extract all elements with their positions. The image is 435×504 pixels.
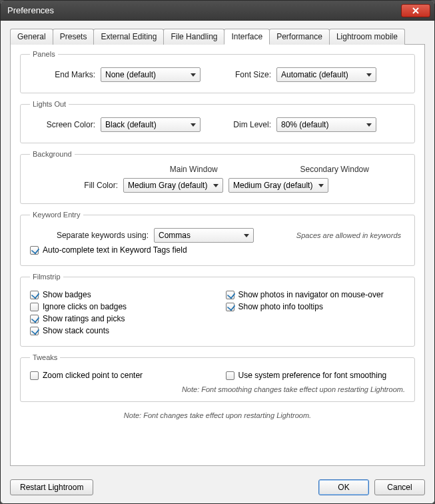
separate-keywords-label: Separate keywords using: [30, 231, 149, 240]
keyword-entry-legend: Keyword Entry [30, 211, 83, 219]
filmstrip-group: Filmstrip Show badges Ignore clicks on b… [20, 273, 415, 347]
preferences-window: Preferences General Presets External Edi… [0, 0, 435, 504]
show-tooltips-row[interactable]: Show photo info tooltips [226, 302, 406, 311]
screen-color-value: Black (default) [105, 120, 157, 129]
tweaks-legend: Tweaks [30, 353, 60, 361]
font-smoothing-label: Use system preference for font smoothing [238, 371, 387, 380]
main-window-header: Main Window [123, 165, 264, 174]
dim-level-label: Dim Level: [231, 120, 271, 129]
smoothing-note: Note: Font smoothing changes take effect… [30, 385, 405, 393]
tab-performance[interactable]: Performance [269, 29, 330, 45]
keyword-entry-group: Keyword Entry Separate keywords using: C… [20, 211, 415, 266]
show-badges-row[interactable]: Show badges [30, 290, 210, 299]
font-size-value: Automatic (default) [281, 70, 348, 79]
font-smoothing-row[interactable]: Use system preference for font smoothing [226, 371, 406, 380]
tab-file-handling[interactable]: File Handling [163, 29, 224, 45]
global-note: Note: Font changes take effect upon rest… [20, 411, 415, 419]
show-ratings-row[interactable]: Show ratings and picks [30, 314, 210, 323]
close-button[interactable] [401, 4, 430, 17]
secondary-window-header: Secondary Window [264, 165, 406, 174]
panels-group: Panels End Marks: None (default) Font Si… [20, 50, 415, 93]
font-smoothing-checkbox[interactable] [226, 371, 234, 380]
tab-interface[interactable]: Interface [224, 29, 270, 45]
autocomplete-checkbox-row[interactable]: Auto-complete text in Keyword Tags field [30, 245, 405, 255]
fill-color-main-combo[interactable]: Medium Gray (default) [123, 178, 223, 193]
screen-color-combo[interactable]: Black (default) [101, 117, 201, 132]
show-tooltips-checkbox[interactable] [226, 303, 234, 311]
show-navigator-label: Show photos in navigator on mouse-over [238, 290, 384, 299]
show-badges-checkbox[interactable] [30, 291, 39, 299]
tab-presets[interactable]: Presets [53, 29, 95, 45]
content-area: General Presets External Editing File Ha… [1, 21, 434, 473]
show-stack-counts-checkbox[interactable] [30, 327, 39, 335]
autocomplete-checkbox[interactable] [30, 246, 39, 255]
autocomplete-label: Auto-complete text in Keyword Tags field [43, 245, 187, 255]
tweaks-group: Tweaks Zoom clicked point to center Use … [20, 353, 415, 402]
show-navigator-row[interactable]: Show photos in navigator on mouse-over [226, 290, 406, 299]
ignore-clicks-checkbox[interactable] [30, 303, 39, 311]
font-size-combo[interactable]: Automatic (default) [276, 67, 376, 82]
dim-level-combo[interactable]: 80% (default) [276, 117, 376, 132]
screen-color-label: Screen Color: [30, 120, 95, 129]
separate-keywords-value: Commas [159, 231, 191, 240]
restart-lightroom-button[interactable]: Restart Lightroom [10, 479, 93, 495]
end-marks-combo[interactable]: None (default) [101, 67, 201, 82]
show-stack-counts-label: Show stack counts [43, 326, 109, 335]
fill-color-secondary-value: Medium Gray (default) [233, 181, 312, 190]
tab-panel-interface: Panels End Marks: None (default) Font Si… [10, 44, 425, 466]
show-tooltips-label: Show photo info tooltips [238, 302, 323, 311]
close-icon [412, 7, 420, 14]
ignore-clicks-row[interactable]: Ignore clicks on badges [30, 302, 210, 311]
dim-level-value: 80% (default) [281, 120, 328, 129]
show-ratings-checkbox[interactable] [30, 315, 39, 323]
lights-out-group: Lights Out Screen Color: Black (default)… [20, 100, 415, 143]
fill-color-main-value: Medium Gray (default) [128, 181, 207, 190]
spaces-hint: Spaces are allowed in keywords [259, 231, 405, 239]
font-size-label: Font Size: [231, 70, 271, 79]
fill-color-secondary-combo[interactable]: Medium Gray (default) [228, 178, 328, 193]
end-marks-value: None (default) [105, 70, 156, 79]
window-title: Preferences [7, 5, 401, 15]
ok-button[interactable]: OK [318, 479, 369, 495]
background-legend: Background [30, 150, 75, 158]
show-badges-label: Show badges [43, 290, 91, 299]
fill-color-label: Fill Color: [30, 181, 118, 190]
footer: Restart Lightroom OK Cancel [1, 473, 434, 503]
titlebar: Preferences [1, 1, 434, 21]
zoom-center-row[interactable]: Zoom clicked point to center [30, 371, 210, 380]
end-marks-label: End Marks: [30, 70, 95, 79]
ignore-clicks-label: Ignore clicks on badges [43, 302, 127, 311]
show-ratings-label: Show ratings and picks [43, 314, 125, 323]
lights-out-legend: Lights Out [30, 100, 69, 108]
background-group: Background Main Window Secondary Window … [20, 150, 415, 204]
tab-row: General Presets External Editing File Ha… [10, 29, 425, 45]
zoom-center-checkbox[interactable] [30, 371, 39, 380]
show-navigator-checkbox[interactable] [226, 291, 234, 299]
separate-keywords-combo[interactable]: Commas [154, 228, 254, 243]
tab-lightroom-mobile[interactable]: Lightroom mobile [329, 29, 405, 45]
filmstrip-legend: Filmstrip [30, 273, 63, 281]
panels-legend: Panels [30, 50, 58, 58]
zoom-center-label: Zoom clicked point to center [43, 371, 143, 380]
show-stack-counts-row[interactable]: Show stack counts [30, 326, 210, 335]
tab-external-editing[interactable]: External Editing [93, 29, 164, 45]
cancel-button[interactable]: Cancel [374, 479, 425, 495]
tab-general[interactable]: General [10, 29, 53, 45]
